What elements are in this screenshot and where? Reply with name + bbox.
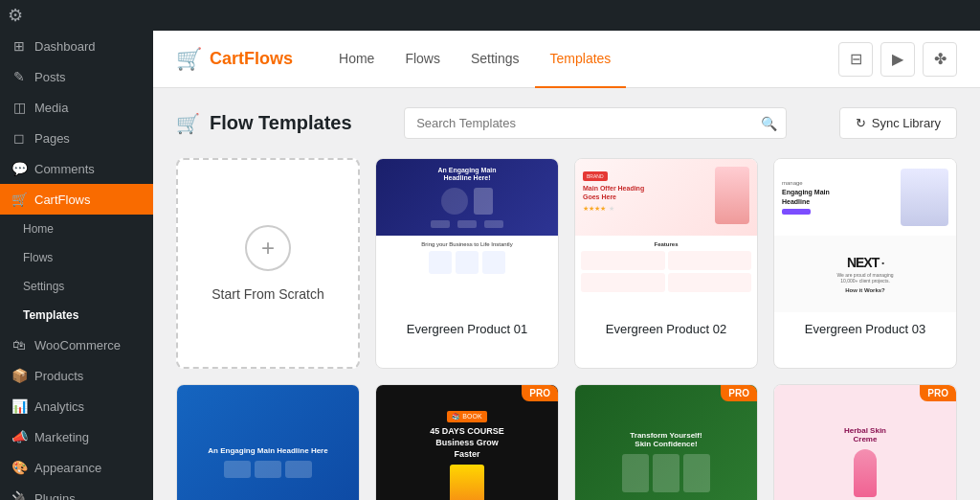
- card-preview-2: BRAND Main Offer HeadingGoes Here ★★★★★ …: [575, 159, 757, 312]
- pro-badge-7: PRO: [920, 385, 956, 401]
- page-title-icon: 🛒: [176, 112, 200, 135]
- sidebar-item-pages[interactable]: ◻ Pages: [0, 123, 153, 153]
- nav-actions: ⊟ ▶ ✤: [838, 42, 957, 77]
- dashboard-icon: ⊞: [11, 38, 27, 54]
- sidebar-item-label: Plugins: [34, 491, 76, 501]
- plugins-icon: 🔌: [11, 490, 27, 500]
- card-preview-5: 📚 BOOK 45 DAYS COURSEBusiness GrowFaster: [376, 385, 558, 500]
- templates-grid-row2: An Engaging Main Headline Here Course Te…: [176, 384, 957, 500]
- content-area: 🛒 Flow Templates 🔍 ↻ Sync Library +: [153, 88, 980, 500]
- sidebar-item-label: WooCommerce: [34, 338, 121, 352]
- sidebar-item-posts[interactable]: ✎ Posts: [0, 61, 153, 92]
- sync-icon: ↻: [856, 116, 866, 130]
- sync-label: Sync Library: [872, 116, 941, 130]
- view-toggle-button[interactable]: ⊟: [838, 42, 873, 77]
- card-label-3: Evergreen Product 03: [774, 312, 956, 346]
- settings-button[interactable]: ✤: [923, 42, 957, 77]
- sidebar-item-label: Media: [34, 101, 68, 115]
- nav-templates[interactable]: Templates: [535, 31, 627, 88]
- card-label-1: Evergreen Product 01: [376, 312, 558, 346]
- video-icon: ▶: [892, 50, 903, 68]
- sidebar-item-plugins[interactable]: 🔌 Plugins: [0, 483, 153, 500]
- sidebar-subitem-label: Templates: [23, 308, 78, 322]
- nav-home[interactable]: Home: [323, 31, 390, 88]
- video-button[interactable]: ▶: [880, 42, 915, 77]
- gear-icon: ✤: [934, 50, 947, 68]
- card-preview-7: Herbal SkinCreme: [774, 385, 956, 500]
- scratch-card[interactable]: + Start From Scratch: [176, 158, 360, 369]
- sidebar-subitem-home[interactable]: Home: [0, 215, 153, 243]
- card-preview-1: An Engaging MainHeadline Here!: [376, 159, 558, 312]
- template-card-2[interactable]: BRAND Main Offer HeadingGoes Here ★★★★★ …: [574, 158, 758, 369]
- card-preview-4: An Engaging Main Headline Here: [177, 385, 359, 500]
- card-label-2: Evergreen Product 02: [575, 312, 757, 346]
- sidebar-item-products[interactable]: 📦 Products: [0, 360, 153, 391]
- sidebar-subitem-label: Settings: [23, 280, 64, 293]
- posts-icon: ✎: [11, 69, 27, 84]
- search-input[interactable]: [404, 107, 787, 139]
- templates-grid: + Start From Scratch An Engaging MainHea…: [176, 158, 957, 369]
- comments-icon: 💬: [11, 161, 27, 176]
- sidebar-item-cartflows[interactable]: 🛒 CartFlows: [0, 184, 153, 215]
- admin-bar: ⚙: [0, 0, 980, 31]
- sidebar: ⊞ Dashboard ✎ Posts ◫ Media ◻ Pages 💬 Co…: [0, 31, 153, 500]
- card-preview-6: Transform Yourself!Skin Confidence!: [575, 385, 757, 500]
- sidebar-subitem-settings[interactable]: Settings: [0, 272, 153, 301]
- sidebar-item-media[interactable]: ◫ Media: [0, 92, 153, 123]
- sidebar-item-label: Dashboard: [34, 39, 96, 54]
- woocommerce-icon: 🛍: [11, 337, 27, 352]
- sidebar-item-label: Marketing: [34, 430, 89, 444]
- template-card-6[interactable]: PRO Transform Yourself!Skin Confidence! …: [574, 384, 758, 500]
- add-icon: +: [245, 225, 291, 271]
- cartflows-icon: 🛒: [11, 192, 27, 207]
- template-card-3[interactable]: manage Engaging MainHeadline NEXT •: [773, 158, 957, 369]
- search-icon: 🔍: [761, 116, 777, 131]
- nav-links: Home Flows Settings Templates: [323, 31, 626, 88]
- sidebar-item-marketing[interactable]: 📣 Marketing: [0, 421, 153, 452]
- scratch-label: Start From Scratch: [212, 286, 323, 302]
- nav-settings[interactable]: Settings: [456, 31, 535, 88]
- sidebar-subitem-label: Home: [23, 222, 54, 236]
- sidebar-subitem-label: Flows: [23, 251, 53, 264]
- card-preview-3: manage Engaging MainHeadline NEXT •: [774, 159, 956, 312]
- sync-library-button[interactable]: ↻ Sync Library: [839, 107, 957, 139]
- page-title: Flow Templates: [210, 112, 352, 134]
- sidebar-item-comments[interactable]: 💬 Comments: [0, 153, 153, 184]
- template-card-1[interactable]: An Engaging MainHeadline Here!: [375, 158, 559, 369]
- cartflows-submenu: Home Flows Settings Templates: [0, 215, 153, 330]
- sidebar-item-label: Analytics: [34, 399, 84, 414]
- sidebar-item-label: Products: [34, 369, 83, 383]
- media-icon: ◫: [11, 100, 27, 115]
- page-title-wrap: 🛒 Flow Templates: [176, 112, 352, 135]
- marketing-icon: 📣: [11, 429, 27, 444]
- template-card-7[interactable]: PRO Herbal SkinCreme Herbal Skin Creme: [773, 384, 957, 500]
- pro-badge-6: PRO: [721, 385, 757, 401]
- page-header: 🛒 Flow Templates 🔍 ↻ Sync Library: [176, 107, 957, 139]
- search-button[interactable]: 🔍: [761, 116, 777, 131]
- sidebar-item-dashboard[interactable]: ⊞ Dashboard: [0, 31, 153, 61]
- template-card-4[interactable]: An Engaging Main Headline Here Course Te…: [176, 384, 360, 500]
- products-icon: 📦: [11, 368, 27, 383]
- sidebar-subitem-templates[interactable]: Templates: [0, 301, 153, 330]
- sidebar-item-label: CartFlows: [34, 193, 91, 207]
- template-card-5[interactable]: PRO 📚 BOOK 45 DAYS COURSEBusiness GrowFa…: [375, 384, 559, 500]
- sidebar-item-label: Pages: [34, 131, 70, 146]
- view-icon: ⊟: [850, 50, 862, 68]
- analytics-icon: 📊: [11, 398, 27, 414]
- sidebar-item-label: Posts: [34, 70, 66, 84]
- sidebar-item-appearance[interactable]: 🎨 Appearance: [0, 452, 153, 483]
- sidebar-subitem-flows[interactable]: Flows: [0, 243, 153, 272]
- pro-badge-5: PRO: [522, 385, 558, 401]
- search-wrap: 🔍: [404, 107, 787, 139]
- wp-logo-icon: ⚙: [8, 5, 23, 26]
- top-navigation: 🛒 CartFlows Home Flows Settings Template…: [153, 31, 980, 88]
- appearance-icon: 🎨: [11, 460, 27, 475]
- nav-flows[interactable]: Flows: [390, 31, 456, 88]
- brand-icon: 🛒: [176, 47, 202, 72]
- sidebar-item-label: Comments: [34, 162, 95, 176]
- sidebar-item-analytics[interactable]: 📊 Analytics: [0, 391, 153, 421]
- sidebar-item-woocommerce[interactable]: 🛍 WooCommerce: [0, 330, 153, 360]
- sidebar-item-label: Appearance: [34, 461, 101, 475]
- brand: 🛒 CartFlows: [176, 47, 293, 72]
- main-content: 🛒 CartFlows Home Flows Settings Template…: [153, 31, 980, 500]
